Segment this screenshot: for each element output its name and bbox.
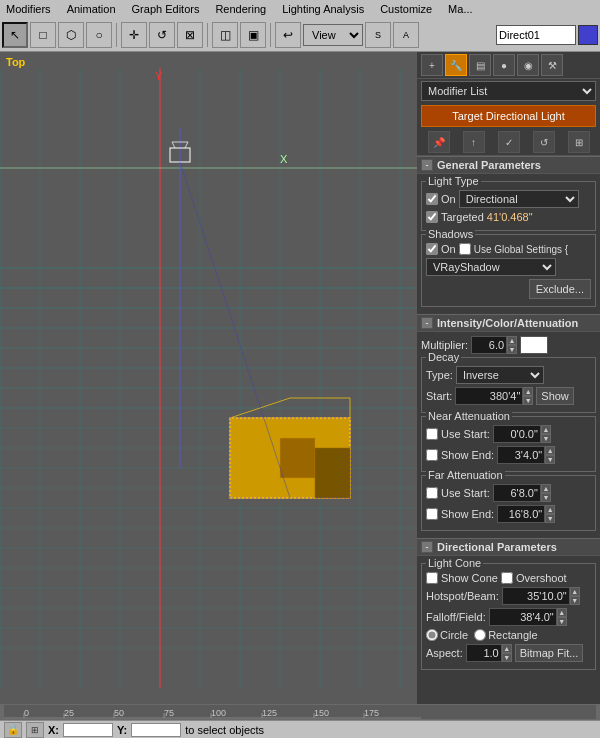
fence-select-button[interactable]: ⬡ — [58, 22, 84, 48]
target-directional-button[interactable]: Target Directional Light — [421, 105, 596, 127]
menu-rendering[interactable]: Rendering — [213, 3, 268, 15]
create-panel-button[interactable]: + — [421, 54, 443, 76]
shadows-on-checkbox[interactable] — [426, 243, 438, 255]
utilities-panel-button[interactable]: ⚒ — [541, 54, 563, 76]
x-coord-input[interactable] — [63, 723, 113, 737]
menu-modifiers[interactable]: Modifiers — [4, 3, 53, 15]
general-params-header[interactable]: - General Parameters — [417, 156, 600, 174]
select-tool-button[interactable]: ↖ — [2, 22, 28, 48]
far-end-down[interactable]: ▼ — [545, 514, 555, 523]
hotspot-up[interactable]: ▲ — [570, 587, 580, 596]
light-color-swatch[interactable] — [520, 336, 548, 354]
falloff-down[interactable]: ▼ — [557, 617, 567, 626]
multiplier-input[interactable] — [471, 336, 507, 354]
intensity-header[interactable]: - Intensity/Color/Attenuation — [417, 314, 600, 332]
hotspot-down[interactable]: ▼ — [570, 596, 580, 605]
falloff-up[interactable]: ▲ — [557, 608, 567, 617]
bitmap-fit-button[interactable]: Bitmap Fit... — [515, 644, 584, 662]
menu-graph-editors[interactable]: Graph Editors — [130, 3, 202, 15]
object-color-swatch[interactable] — [578, 25, 598, 45]
decay-start-down[interactable]: ▼ — [523, 396, 533, 405]
far-start-down[interactable]: ▼ — [541, 493, 551, 502]
intensity-collapse-button[interactable]: - — [421, 317, 433, 329]
show-cone-checkbox[interactable] — [426, 572, 438, 584]
rect-select-button[interactable]: □ — [30, 22, 56, 48]
directional-collapse-button[interactable]: - — [421, 541, 433, 553]
near-start-down[interactable]: ▼ — [541, 434, 551, 443]
directional-params-header[interactable]: - Directional Parameters — [417, 538, 600, 556]
exclude-button[interactable]: Exclude... — [529, 279, 591, 299]
menu-customize[interactable]: Customize — [378, 3, 434, 15]
sub-icon-3[interactable]: ✓ — [498, 131, 520, 153]
modify-panel-button[interactable]: 🔧 — [445, 54, 467, 76]
multiplier-up[interactable]: ▲ — [507, 336, 517, 345]
decay-show-button[interactable]: Show — [536, 387, 574, 405]
move-button[interactable]: ✛ — [121, 22, 147, 48]
overshoot-checkbox[interactable] — [501, 572, 513, 584]
multiplier-down[interactable]: ▼ — [507, 345, 517, 354]
aspect-up[interactable]: ▲ — [502, 644, 512, 653]
general-collapse-button[interactable]: - — [421, 159, 433, 171]
near-use-checkbox[interactable] — [426, 428, 438, 440]
hierarchy-panel-button[interactable]: ▤ — [469, 54, 491, 76]
light-type-dropdown[interactable]: Directional — [459, 190, 579, 208]
decay-start-up[interactable]: ▲ — [523, 387, 533, 396]
far-use-checkbox[interactable] — [426, 487, 438, 499]
targeted-checkbox[interactable] — [426, 211, 438, 223]
rotate-button[interactable]: ↺ — [149, 22, 175, 48]
svg-line-37 — [172, 142, 175, 148]
modifier-list-dropdown[interactable]: Modifier List — [421, 81, 596, 101]
shape-radio-row: Circle Rectangle — [426, 629, 591, 641]
menu-more[interactable]: Ma... — [446, 3, 474, 15]
lock-button[interactable]: 🔒 — [4, 722, 22, 738]
hotspot-input[interactable] — [502, 587, 570, 605]
sub-icon-4[interactable]: ↺ — [533, 131, 555, 153]
mirror-button[interactable]: ◫ — [212, 22, 238, 48]
near-end-up[interactable]: ▲ — [545, 446, 555, 455]
object-name-input[interactable] — [496, 25, 576, 45]
pin-stack-button[interactable]: 📌 — [428, 131, 450, 153]
undo-button[interactable]: ↩ — [275, 22, 301, 48]
use-global-checkbox[interactable] — [459, 243, 471, 255]
rectangle-radio[interactable] — [474, 629, 486, 641]
y-coord-input[interactable] — [131, 723, 181, 737]
snap-button[interactable]: S — [365, 22, 391, 48]
near-end-down[interactable]: ▼ — [545, 455, 555, 464]
far-end-input[interactable] — [497, 505, 545, 523]
circle-radio[interactable] — [426, 629, 438, 641]
angle-snap-button[interactable]: A — [393, 22, 419, 48]
sub-icon-2[interactable]: ↑ — [463, 131, 485, 153]
circle-select-button[interactable]: ○ — [86, 22, 112, 48]
rectangle-radio-label[interactable]: Rectangle — [474, 629, 538, 641]
motion-panel-button[interactable]: ● — [493, 54, 515, 76]
display-panel-button[interactable]: ◉ — [517, 54, 539, 76]
near-show-label: Show — [441, 449, 469, 461]
near-show-checkbox[interactable] — [426, 449, 438, 461]
toolbar-separator-3 — [270, 23, 271, 47]
align-button[interactable]: ▣ — [240, 22, 266, 48]
falloff-input[interactable] — [489, 608, 557, 626]
near-start-up[interactable]: ▲ — [541, 425, 551, 434]
menu-lighting-analysis[interactable]: Lighting Analysis — [280, 3, 366, 15]
circle-radio-label[interactable]: Circle — [426, 629, 468, 641]
light-on-checkbox[interactable] — [426, 193, 438, 205]
viewport[interactable]: Top — [0, 52, 417, 704]
far-show-checkbox[interactable] — [426, 508, 438, 520]
far-end-up[interactable]: ▲ — [545, 505, 555, 514]
shadow-type-dropdown[interactable]: VRayShadow — [426, 258, 556, 276]
far-start-input[interactable] — [493, 484, 541, 502]
intensity-title: Intensity/Color/Attenuation — [437, 317, 578, 329]
scale-button[interactable]: ⊠ — [177, 22, 203, 48]
decay-start-input[interactable] — [455, 387, 523, 405]
sub-icon-5[interactable]: ⊞ — [568, 131, 590, 153]
decay-type-dropdown[interactable]: Inverse — [456, 366, 544, 384]
near-start-input[interactable] — [493, 425, 541, 443]
grid-button[interactable]: ⊞ — [26, 722, 44, 738]
light-cone-label: Light Cone — [426, 557, 483, 569]
near-end-input[interactable] — [497, 446, 545, 464]
aspect-down[interactable]: ▼ — [502, 653, 512, 662]
view-dropdown[interactable]: View — [303, 24, 363, 46]
menu-animation[interactable]: Animation — [65, 3, 118, 15]
far-start-up[interactable]: ▲ — [541, 484, 551, 493]
aspect-input[interactable] — [466, 644, 502, 662]
